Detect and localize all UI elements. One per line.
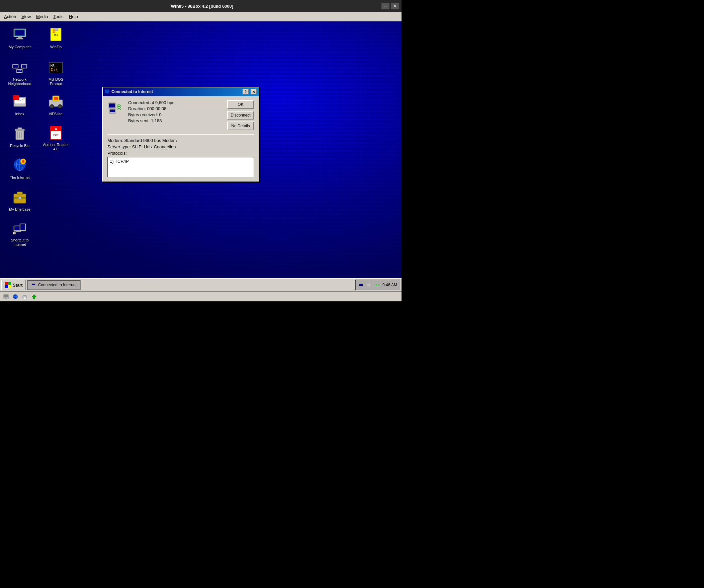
ms-dos-icon: MS C:\	[48, 60, 64, 76]
dialog-titlebar: Connected to Internet ? ✕	[103, 88, 259, 96]
svg-rect-65	[8, 285, 11, 288]
inbox-icon: !	[12, 93, 28, 109]
svg-point-72	[375, 284, 377, 286]
dialog-body: Connected at 9,600 bps Duration: 000:00:…	[103, 96, 259, 181]
bytes-received-line: Bytes received: 0	[128, 112, 223, 117]
arrow-icon	[31, 294, 37, 300]
dialog-top-section: Connected at 9,600 bps Duration: 000:00:…	[107, 100, 254, 130]
svg-rect-51	[14, 226, 20, 230]
system-tray-time: 9:46 AM	[383, 283, 397, 287]
emulator-titlebar: Win95 - 86Box 4.2 [build 6000] — ✕	[0, 0, 402, 12]
acrobat-reader-icon: A PDF	[48, 125, 64, 141]
svg-text:!: !	[16, 96, 17, 99]
tray-volume-icon	[366, 282, 372, 288]
minimize-button[interactable]: —	[382, 3, 390, 9]
svg-rect-53	[20, 224, 25, 230]
connection-status-icon	[107, 100, 123, 116]
statusbar	[0, 291, 402, 301]
taskbar-item-icon	[32, 282, 37, 288]
svg-rect-69	[359, 284, 363, 286]
svg-rect-61	[110, 109, 115, 112]
server-type-line: Server type: SLIP: Unix Connection	[107, 144, 254, 149]
start-button[interactable]: Start	[1, 280, 26, 290]
desktop-icon-acrobat-reader[interactable]: A PDF Acrobat Reader 4.0	[41, 123, 71, 153]
disconnect-button[interactable]: Disconnect	[227, 111, 254, 119]
connected-to-internet-dialog: Connected to Internet ? ✕	[102, 87, 259, 182]
menu-action[interactable]: Action	[1, 13, 19, 20]
svg-point-29	[58, 104, 62, 108]
my-computer-icon	[12, 26, 28, 42]
nfsiise-label: NFSIIse	[49, 111, 63, 116]
svg-rect-75	[4, 295, 8, 297]
menubar: Action View Media Tools Help	[0, 12, 402, 21]
close-button[interactable]: ✕	[391, 3, 399, 9]
svg-rect-8	[53, 30, 55, 31]
titlebar-title: Win95 - 86Box 4.2 [build 6000]	[23, 4, 382, 9]
shortcut-internet-label: Shortcut to Internet	[6, 238, 34, 247]
desktop-icon-recycle-bin[interactable]: Recycle Bin	[5, 123, 35, 150]
svg-rect-49	[18, 197, 21, 199]
dialog-close-button[interactable]: ✕	[251, 89, 257, 95]
svg-rect-62	[5, 282, 8, 285]
desktop-icon-the-internet[interactable]: The Internet	[5, 155, 35, 181]
menu-view[interactable]: View	[19, 13, 34, 20]
svg-text:C:\: C:\	[51, 67, 58, 72]
svg-rect-59	[109, 103, 115, 107]
menu-media[interactable]: Media	[34, 13, 51, 20]
my-briefcase-label: My Briefcase	[8, 207, 31, 212]
modem-line: Modem: Standard 9600 bps Modem	[107, 138, 254, 143]
desktop-icon-my-briefcase[interactable]: My Briefcase	[5, 187, 35, 213]
taskbar-item-connected[interactable]: Connected to Internet	[27, 280, 81, 290]
svg-rect-82	[23, 297, 26, 299]
network-neighborhood-icon	[12, 60, 28, 76]
duration-label: Duration:	[128, 106, 147, 111]
svg-point-45	[22, 160, 24, 163]
dialog-help-button[interactable]: ?	[243, 89, 249, 95]
desktop-icon-nfsiise[interactable]: NFSIIse	[41, 92, 71, 118]
system-tray: 9:46 AM	[355, 280, 400, 290]
dialog-title-text: Connected to Internet	[111, 90, 241, 94]
desktop: My Computer WZ WinZip Network Neighborho…	[0, 21, 402, 278]
desktop-icon-inbox[interactable]: ! Inbox	[5, 92, 35, 118]
dialog-buttons: OK Disconnect No Details	[227, 100, 254, 130]
svg-rect-47	[17, 192, 22, 195]
svg-rect-3	[16, 38, 23, 39]
svg-text:↗: ↗	[13, 232, 16, 235]
menu-help[interactable]: Help	[66, 13, 81, 20]
tray-modem-icon	[374, 282, 380, 288]
desktop-icon-network-neighborhood[interactable]: Network Neighborhood	[5, 58, 35, 88]
protocols-label: Protocols:	[107, 151, 254, 156]
recycle-bin-label: Recycle Bin	[9, 143, 30, 148]
svg-rect-32	[18, 127, 22, 129]
svg-text:PDF: PDF	[53, 133, 59, 136]
dialog-separator	[107, 134, 254, 135]
svg-rect-11	[13, 65, 18, 68]
desktop-icon-winzip[interactable]: WZ WinZip	[41, 25, 71, 51]
svg-point-28	[50, 104, 54, 108]
taskbar-item-label: Connected to Internet	[38, 283, 77, 287]
my-briefcase-icon	[12, 189, 28, 205]
disk-icon	[3, 294, 9, 300]
duration-line: Duration: 000:00:08	[128, 106, 223, 111]
statusbar-printer-icon	[21, 293, 28, 300]
svg-text:WZ: WZ	[54, 33, 58, 36]
dialog-title-icon	[105, 90, 109, 94]
svg-text:A: A	[55, 127, 57, 131]
no-details-button[interactable]: No Details	[227, 121, 254, 130]
desktop-icon-my-computer[interactable]: My Computer	[5, 25, 35, 51]
tray-network-icon	[358, 282, 364, 288]
svg-point-76	[5, 297, 7, 299]
ok-button[interactable]: OK	[227, 100, 254, 109]
connection-info: Connected at 9,600 bps Duration: 000:00:…	[128, 100, 223, 130]
menu-tools[interactable]: Tools	[51, 13, 66, 20]
ms-dos-label: MS-DOS Prompt	[42, 77, 70, 87]
desktop-icon-shortcut-internet[interactable]: ↗ Shortcut to Internet	[5, 219, 35, 249]
globe-icon	[12, 294, 18, 300]
winzip-label: WinZip	[50, 45, 62, 50]
bytes-sent-line: Bytes sent: 1,188	[128, 118, 223, 123]
connection-speed: Connected at 9,600 bps	[128, 100, 223, 105]
desktop-icon-ms-dos-prompt[interactable]: MS C:\ MS-DOS Prompt	[41, 58, 71, 88]
winzip-icon: WZ	[48, 26, 64, 42]
svg-rect-9	[53, 32, 55, 33]
svg-rect-13	[22, 65, 26, 68]
